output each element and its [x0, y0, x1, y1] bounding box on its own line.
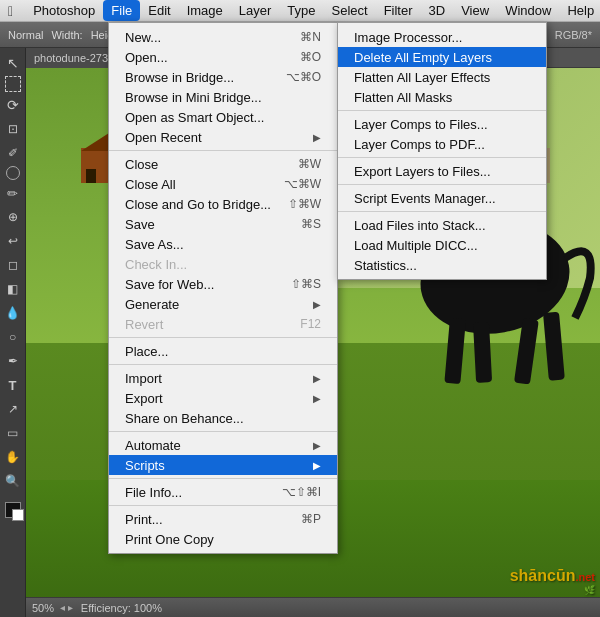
menubar-edit[interactable]: Edit: [140, 0, 178, 21]
separator-2: [109, 337, 337, 338]
menu-automate[interactable]: Automate ▶: [109, 435, 337, 455]
svg-rect-8: [543, 312, 565, 381]
menu-flatten-layer-effects[interactable]: Flatten All Layer Effects: [338, 67, 546, 87]
menu-close-go-bridge[interactable]: Close and Go to Bridge... ⇧⌘W: [109, 194, 337, 214]
menu-save-web[interactable]: Save for Web... ⇧⌘S: [109, 274, 337, 294]
menubar-type[interactable]: Type: [279, 0, 323, 21]
separator-1: [109, 150, 337, 151]
menu-save[interactable]: Save ⌘S: [109, 214, 337, 234]
selection-tool-icon[interactable]: [5, 76, 21, 92]
menubar-window[interactable]: Window: [497, 0, 559, 21]
blur-tool-icon[interactable]: 💧: [2, 302, 24, 324]
move-tool-icon[interactable]: ↖: [2, 52, 24, 74]
eyedropper-tool-icon[interactable]: ✐: [2, 142, 24, 164]
brush-tool-icon[interactable]: ✏: [2, 182, 24, 204]
menubar-photoshop[interactable]: Photoshop: [25, 0, 103, 21]
separator-3: [109, 364, 337, 365]
lasso-tool-icon[interactable]: ⟳: [2, 94, 24, 116]
menu-export-layers[interactable]: Export Layers to Files...: [338, 161, 546, 181]
eraser-tool-icon[interactable]: ◻: [2, 254, 24, 276]
efficiency-label: Efficiency: 100%: [81, 602, 162, 614]
toolbar-width-label: Width:: [47, 25, 86, 45]
svg-rect-5: [444, 318, 466, 384]
file-menu-dropdown: New... ⌘N Open... ⌘O Browse in Bridge...…: [108, 22, 338, 554]
menubar-select[interactable]: Select: [324, 0, 376, 21]
menu-close-all[interactable]: Close All ⌥⌘W: [109, 174, 337, 194]
menu-share-behance[interactable]: Share on Behance...: [109, 408, 337, 428]
tools-panel: ↖ ⟳ ⊡ ✐ ✏ ⊕ ↩ ◻ ◧ 💧 ○ ✒ T ↗ ▭ ✋ 🔍: [0, 48, 26, 617]
zoom-level: 50%: [32, 602, 54, 614]
menu-statistics[interactable]: Statistics...: [338, 255, 546, 275]
menubar-view[interactable]: View: [453, 0, 497, 21]
shape-tool-icon[interactable]: ▭: [2, 422, 24, 444]
menubar-file[interactable]: File: [103, 0, 140, 21]
menu-layer-comps-pdf[interactable]: Layer Comps to PDF...: [338, 134, 546, 154]
menu-import[interactable]: Import ▶: [109, 368, 337, 388]
menubar-image[interactable]: Image: [179, 0, 231, 21]
menu-new[interactable]: New... ⌘N: [109, 27, 337, 47]
menu-close[interactable]: Close ⌘W: [109, 154, 337, 174]
menubar-help[interactable]: Help: [559, 0, 600, 21]
apple-menu[interactable]: : [0, 0, 25, 21]
menubar-3d[interactable]: 3D: [421, 0, 454, 21]
menu-export[interactable]: Export ▶: [109, 388, 337, 408]
type-tool-icon[interactable]: T: [2, 374, 24, 396]
svg-rect-6: [473, 322, 492, 383]
watermark-text: shāncūn: [510, 567, 576, 584]
tab-label: photodune-273...: [34, 52, 117, 64]
menu-image-processor[interactable]: Image Processor...: [338, 27, 546, 47]
menu-flatten-masks[interactable]: Flatten All Masks: [338, 87, 546, 107]
menu-delete-empty-layers[interactable]: Delete All Empty Layers: [338, 47, 546, 67]
separator-scripts-4: [338, 211, 546, 212]
menu-load-files-stack[interactable]: Load Files into Stack...: [338, 215, 546, 235]
menu-layer-comps-files[interactable]: Layer Comps to Files...: [338, 114, 546, 134]
separator-scripts-2: [338, 157, 546, 158]
crop-tool-icon[interactable]: ⊡: [2, 118, 24, 140]
apple-logo-icon: : [8, 3, 13, 19]
status-bar: 50% ◂ ▸ Efficiency: 100%: [26, 597, 600, 617]
watermark-domain: .net: [575, 571, 595, 583]
scripts-submenu: Image Processor... Delete All Empty Laye…: [337, 22, 547, 280]
menu-check-in: Check In...: [109, 254, 337, 274]
menu-open-smart-object[interactable]: Open as Smart Object...: [109, 107, 337, 127]
menu-browse-mini-bridge[interactable]: Browse in Mini Bridge...: [109, 87, 337, 107]
watermark-leaf: 🌿: [510, 585, 595, 595]
separator-6: [109, 505, 337, 506]
background-color[interactable]: [12, 509, 24, 521]
menubar-filter[interactable]: Filter: [376, 0, 421, 21]
toolbar-mode: Normal: [4, 25, 47, 45]
menu-print[interactable]: Print... ⌘P: [109, 509, 337, 529]
separator-scripts-1: [338, 110, 546, 111]
menu-print-one-copy[interactable]: Print One Copy: [109, 529, 337, 549]
menu-file-info[interactable]: File Info... ⌥⇧⌘I: [109, 482, 337, 502]
path-select-icon[interactable]: ↗: [2, 398, 24, 420]
menu-load-multiple-dicc[interactable]: Load Multiple DICC...: [338, 235, 546, 255]
gradient-tool-icon[interactable]: ◧: [2, 278, 24, 300]
menu-place[interactable]: Place...: [109, 341, 337, 361]
watermark: shāncūn.net 🌿: [510, 567, 595, 595]
history-brush-icon[interactable]: ↩: [2, 230, 24, 252]
menubar-layer[interactable]: Layer: [231, 0, 280, 21]
separator-scripts-3: [338, 184, 546, 185]
separator-5: [109, 478, 337, 479]
menu-script-events[interactable]: Script Events Manager...: [338, 188, 546, 208]
menu-revert: Revert F12: [109, 314, 337, 334]
dodge-tool-icon[interactable]: ○: [2, 326, 24, 348]
menu-open[interactable]: Open... ⌘O: [109, 47, 337, 67]
menu-scripts[interactable]: Scripts ▶: [109, 455, 337, 475]
foreground-color[interactable]: [5, 502, 21, 518]
zoom-tool-icon[interactable]: 🔍: [2, 470, 24, 492]
menu-browse-bridge[interactable]: Browse in Bridge... ⌥⌘O: [109, 67, 337, 87]
menubar:  Photoshop File Edit Image Layer Type S…: [0, 0, 600, 22]
clone-tool-icon[interactable]: ⊕: [2, 206, 24, 228]
zoom-controls[interactable]: ◂ ▸: [60, 602, 73, 613]
pen-tool-icon[interactable]: ✒: [2, 350, 24, 372]
hand-tool-icon[interactable]: ✋: [2, 446, 24, 468]
menu-save-as[interactable]: Save As...: [109, 234, 337, 254]
healing-tool-icon[interactable]: [6, 166, 20, 180]
separator-4: [109, 431, 337, 432]
menu-generate[interactable]: Generate ▶: [109, 294, 337, 314]
menu-open-recent[interactable]: Open Recent ▶: [109, 127, 337, 147]
